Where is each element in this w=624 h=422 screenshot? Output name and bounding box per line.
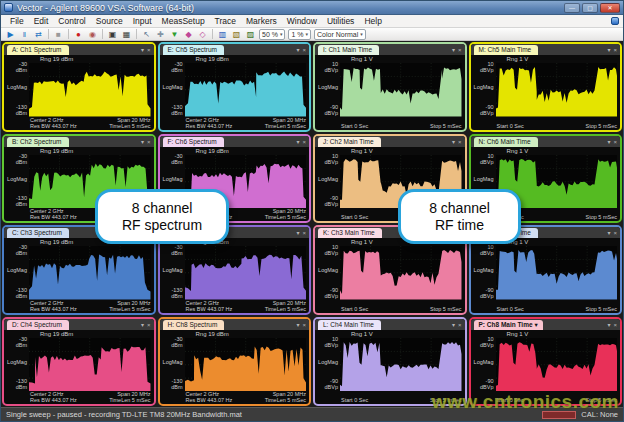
overlap-combo[interactable]: 1 %▾ — [288, 29, 311, 40]
close-icon[interactable]: × — [147, 137, 151, 147]
plot-area[interactable]: Rng 1 V 10dBVp LogMag -90dBVp Start 0 Se… — [315, 238, 465, 313]
select-cursor-icon[interactable]: ↖ — [141, 29, 152, 40]
collapse-icon[interactable]: ▾ — [607, 228, 610, 238]
menu-utilities[interactable]: Utilities — [322, 15, 359, 28]
collapse-icon[interactable]: ▾ — [607, 137, 610, 147]
zoom-level-combo[interactable]: 50 %▾ — [259, 29, 285, 40]
plot-area[interactable]: Rng 1 V 10dBVp LogMag -90dBVp Start 0 Se… — [471, 238, 621, 313]
close-icon[interactable]: × — [147, 320, 151, 330]
plot-area[interactable]: Rng 19 dBm -30dBm LogMag -130dBm Center … — [4, 238, 154, 313]
close-icon[interactable]: × — [613, 228, 617, 238]
chart-tab[interactable]: C: Ch3 Spectrum — [7, 228, 69, 238]
chart-header: M: Ch5 Main Time ▾ × — [471, 44, 621, 55]
plot-area[interactable]: Rng 19 dBm -30dBm LogMag -130dBm Center … — [160, 55, 310, 130]
close-icon[interactable]: × — [458, 320, 462, 330]
menu-source[interactable]: Source — [91, 15, 128, 28]
plot-area[interactable]: Rng 1 V 10dBVp LogMag -90dBVp Start 0 Se… — [315, 55, 465, 130]
y-axis-top-label: 10dBVp — [315, 244, 338, 256]
plot-area[interactable]: Rng 1 V 10dBVp LogMag -90dBVp Start 0 Se… — [471, 55, 621, 130]
zoom-cursor-icon[interactable]: ✚ — [155, 29, 166, 40]
y-axis-top-label: -30dBm — [160, 244, 183, 256]
trace-display-green-icon[interactable]: ▨ — [245, 29, 256, 40]
trace-display-yellow-icon[interactable]: ▧ — [231, 29, 242, 40]
collapse-icon[interactable]: ▾ — [296, 228, 299, 238]
chart-tab[interactable]: P: Ch8 Main Time ▾ — [474, 320, 543, 330]
chart-tab[interactable]: E: Ch5 Spectrum — [163, 45, 225, 55]
range-label: Rng 19 dBm — [196, 148, 229, 154]
maximize-button[interactable]: ▢ — [582, 3, 598, 13]
color-combo[interactable]: Color Normal▾ — [314, 29, 366, 40]
close-icon[interactable]: × — [458, 137, 462, 147]
y-axis-top-label: -30dBm — [160, 61, 183, 73]
collapse-icon[interactable]: ▾ — [452, 137, 455, 147]
menu-edit[interactable]: Edit — [29, 15, 54, 28]
callout-line: 8 channel — [401, 200, 518, 217]
chart-tab[interactable]: I: Ch1 Main Time — [318, 45, 379, 55]
collapse-icon[interactable]: ▾ — [296, 45, 299, 55]
chart-tab[interactable]: D: Ch4 Spectrum — [7, 320, 69, 330]
title-bar[interactable]: Vector - Agilent 89600 VSA Software (64-… — [1, 1, 623, 15]
y-axis-bottom-label: -130dBm — [4, 104, 27, 116]
collapse-icon[interactable]: ▾ — [296, 320, 299, 330]
chart-tab[interactable]: K: Ch3 Main Time — [318, 228, 382, 238]
menu-trace[interactable]: Trace — [210, 15, 241, 28]
plot-area[interactable]: Rng 19 dBm -30dBm LogMag -130dBm Center … — [4, 55, 154, 130]
menu-file[interactable]: File — [5, 15, 29, 28]
menu-window[interactable]: Window — [282, 15, 322, 28]
chart-tab[interactable]: A: Ch1 Spectrum — [7, 45, 69, 55]
chart-tab[interactable]: M: Ch5 Main Time — [474, 45, 539, 55]
menu-markers[interactable]: Markers — [241, 15, 282, 28]
collapse-icon[interactable]: ▾ — [452, 320, 455, 330]
close-icon[interactable]: × — [302, 137, 306, 147]
single-layout-icon[interactable]: ▣ — [107, 29, 118, 40]
collapse-icon[interactable]: ▾ — [296, 137, 299, 147]
close-icon[interactable]: × — [458, 45, 462, 55]
menu-control[interactable]: Control — [53, 15, 90, 28]
trace-plot — [185, 338, 307, 392]
y-axis-scale-label: LogMag — [4, 84, 27, 90]
close-icon[interactable]: × — [147, 45, 151, 55]
chart-tab[interactable]: J: Ch2 Main Time — [318, 137, 381, 147]
menu-meassetup[interactable]: MeasSetup — [157, 15, 210, 28]
y-axis-top-label: -30dBm — [4, 336, 27, 348]
marker-icon[interactable]: ◆ — [183, 29, 194, 40]
close-icon[interactable]: × — [302, 320, 306, 330]
help-icon[interactable] — [611, 17, 619, 25]
record-marker-icon[interactable]: ◉ — [87, 29, 98, 40]
record-icon[interactable]: ● — [73, 29, 84, 40]
collapse-icon[interactable]: ▾ — [141, 45, 144, 55]
minimize-button[interactable]: — — [564, 3, 580, 13]
close-icon[interactable]: × — [302, 45, 306, 55]
plot-area[interactable]: Rng 19 dBm -30dBm LogMag -130dBm Center … — [4, 330, 154, 405]
collapse-icon[interactable]: ▾ — [607, 45, 610, 55]
menu-help[interactable]: Help — [359, 15, 386, 28]
chart-tab[interactable]: N: Ch6 Main Time — [474, 137, 538, 147]
plot-area[interactable]: Rng 19 dBm -30dBm LogMag -130dBm Center … — [160, 330, 310, 405]
delta-marker-icon[interactable]: ◇ — [197, 29, 208, 40]
pause-icon[interactable]: ‖ — [19, 29, 30, 40]
restart-icon[interactable]: ⇄ — [33, 29, 44, 40]
collapse-icon[interactable]: ▾ — [141, 320, 144, 330]
close-icon[interactable]: × — [302, 228, 306, 238]
collapse-icon[interactable]: ▾ — [452, 45, 455, 55]
grid-layout-icon[interactable]: ▦ — [121, 29, 132, 40]
close-icon[interactable]: × — [613, 137, 617, 147]
chart-tab[interactable]: H: Ch8 Spectrum — [163, 320, 225, 330]
peak-marker-icon[interactable]: ▼ — [169, 29, 180, 40]
chart-title: I: Ch1 Main Time — [323, 45, 372, 55]
chart-tab[interactable]: L: Ch4 Main Time — [318, 320, 381, 330]
chart-header: I: Ch1 Main Time ▾ × — [315, 44, 465, 55]
toolbar-separator — [68, 29, 69, 39]
play-icon[interactable]: ▶ — [5, 29, 16, 40]
collapse-icon[interactable]: ▾ — [141, 137, 144, 147]
collapse-icon[interactable]: ▾ — [607, 320, 610, 330]
close-icon[interactable]: × — [613, 320, 617, 330]
chart-tab[interactable]: F: Ch6 Spectrum — [163, 137, 224, 147]
stop-icon[interactable]: ■ — [53, 29, 64, 40]
close-button[interactable]: ✕ — [600, 3, 620, 13]
menu-input[interactable]: Input — [128, 15, 157, 28]
chart-tab[interactable]: B: Ch2 Spectrum — [7, 137, 69, 147]
trace-display-blue-icon[interactable]: ▥ — [217, 29, 228, 40]
close-icon[interactable]: × — [613, 45, 617, 55]
plot-area[interactable]: Rng 19 dBm -30dBm LogMag -130dBm Center … — [160, 238, 310, 313]
